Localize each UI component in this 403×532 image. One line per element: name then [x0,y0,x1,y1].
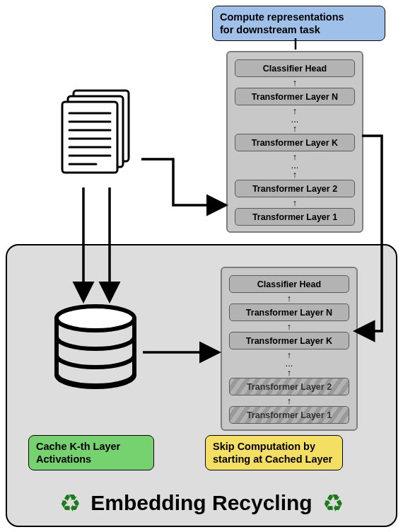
database-icon [49,303,141,402]
recycle-icon: ♻ [322,489,344,517]
label-cache-text: Cache K-th Layer Activations [36,441,120,465]
layer-l1-top: Transformer Layer 1 [235,208,355,226]
footer-title: Embedding Recycling [90,491,312,515]
layer-lk-bot: Transformer Layer K [229,332,349,349]
arrow-icon: ↑ [293,79,298,86]
footer-row: ♻ Embedding Recycling ♻ [7,489,396,517]
stack-top: Transformer Layer 1 ↑ Transformer Layer … [226,51,363,233]
documents-icon [55,86,140,185]
label-compute: Compute representations for downstream t… [212,6,385,41]
ellipsis: ... [291,116,299,123]
layer-ln-top: Transformer Layer N [235,88,355,105]
arrow-icon: ↑ [287,294,292,302]
label-skip: Skip Computation by starting at Cached L… [205,435,343,470]
label-cache: Cache K-th Layer Activations [28,435,154,470]
recycle-icon: ♻ [59,489,81,517]
svg-point-10 [57,306,134,330]
arrow-icon: ↑ [287,323,292,330]
ellipsis: ... [291,162,299,169]
arrow-icon: ↑ [293,125,298,132]
label-skip-text: Skip Computation by starting at Cached L… [213,441,332,465]
label-compute-text: Compute representations for downstream t… [220,11,344,35]
arrow-icon: ↑ [287,369,292,376]
layer-l2-bot: Transformer Layer 2 [229,378,349,395]
layer-lk-top: Transformer Layer K [235,134,355,151]
layer-head-bot: Classifier Head [229,275,349,293]
arrow-icon: ↑ [287,397,292,405]
layer-l1-bot: Transformer Layer 1 [229,406,349,424]
diagram-root: Compute representations for downstream t… [0,0,403,532]
layer-ln-bot: Transformer Layer N [229,303,349,321]
layer-head-top: Classifier Head [235,59,355,77]
layer-l2-top: Transformer Layer 2 [235,180,355,197]
ellipsis: ... [286,360,293,367]
arrow-icon: ↑ [293,199,298,207]
arrow-icon: ↑ [293,170,298,178]
stack-bottom: Transformer Layer 1 ↑ Transformer Layer … [221,267,358,431]
